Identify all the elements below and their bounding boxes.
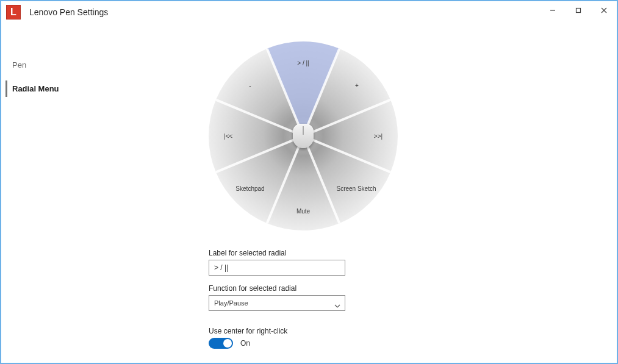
minimize-button[interactable]	[540, 1, 566, 20]
label-input-caption: Label for selected radial	[209, 249, 367, 257]
app-window: L Lenovo Pen Settings Pen Radial Menu	[0, 0, 618, 364]
sidebar-item-radial-menu[interactable]: Radial Menu	[5, 80, 129, 97]
radial-center-mouse-icon[interactable]	[293, 124, 314, 148]
lenovo-app-icon: L	[6, 5, 21, 20]
center-click-toggle-state: On	[240, 339, 250, 348]
sidebar: Pen Radial Menu	[1, 23, 129, 363]
function-select[interactable]: Play/Pause	[209, 295, 345, 311]
radial-settings-form: Label for selected radial Function for s…	[209, 249, 367, 363]
function-select-caption: Function for selected radial	[209, 284, 367, 293]
window-controls	[540, 1, 617, 23]
app-title: Lenovo Pen Settings	[29, 7, 108, 17]
svg-rect-1	[577, 9, 581, 13]
radial-segment-2[interactable]: >>|	[374, 133, 383, 140]
sidebar-item-pen[interactable]: Pen	[12, 57, 129, 73]
content-area: Pen Radial Menu .spoke{stroke:rgba(255,2…	[1, 23, 617, 363]
radial-menu-preview: .spoke{stroke:rgba(255,255,255,0.85);str…	[209, 41, 398, 230]
titlebar: L Lenovo Pen Settings	[1, 1, 617, 23]
main-panel: .spoke{stroke:rgba(255,255,255,0.85);str…	[129, 23, 617, 363]
radial-segment-7[interactable]: -	[249, 82, 251, 89]
close-button[interactable]	[591, 1, 617, 20]
maximize-button[interactable]	[566, 1, 591, 20]
radial-segment-3[interactable]: Screen Sketch	[336, 185, 376, 192]
radial-segment-5[interactable]: Sketchpad	[235, 185, 264, 192]
chevron-down-icon	[334, 299, 340, 314]
radial-segment-1[interactable]: +	[355, 82, 359, 89]
radial-segment-6[interactable]: |<<	[224, 133, 232, 140]
center-click-caption: Use center for right-click	[209, 327, 367, 335]
radial-segment-0[interactable]: > / ||	[297, 60, 309, 66]
function-select-value: Play/Pause	[214, 299, 248, 307]
center-click-toggle[interactable]	[209, 338, 233, 349]
radial-segment-4[interactable]: Mute	[296, 208, 310, 215]
label-input[interactable]	[209, 260, 345, 276]
